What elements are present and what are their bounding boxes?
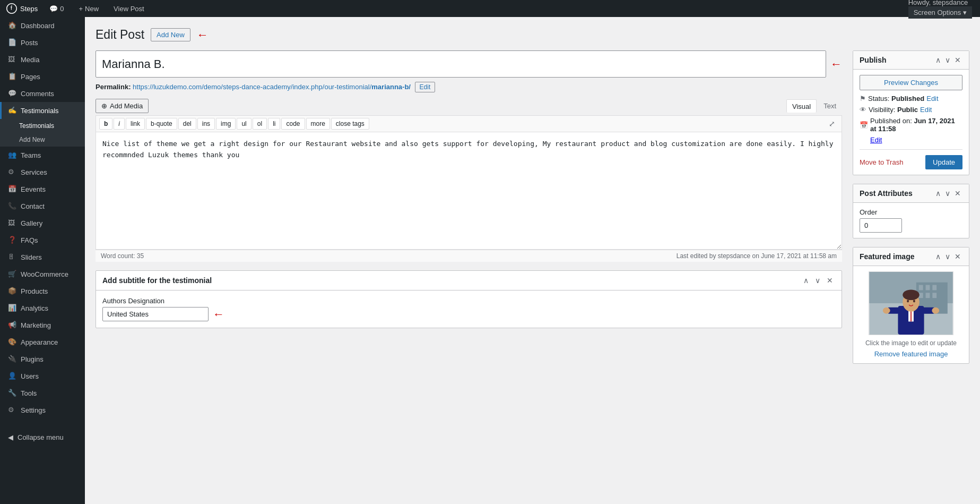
update-button[interactable]: Update [925, 155, 962, 169]
sidebar-label-eevents: Eevents [21, 185, 46, 193]
toolbar-ul-button[interactable]: ul [237, 118, 251, 130]
toolbar-img-button[interactable]: img [216, 118, 236, 130]
sidebar-item-users[interactable]: 👤 Users [0, 368, 85, 385]
visual-tab[interactable]: Visual [786, 99, 817, 113]
toolbar-code-button[interactable]: code [281, 118, 305, 130]
fi-collapse-up[interactable]: ∧ [934, 252, 942, 261]
calendar-icon: 📅 [860, 121, 868, 129]
toolbar-more-button[interactable]: more [306, 118, 330, 130]
post-title-input[interactable]: Marianna B. [96, 50, 826, 78]
attr-close[interactable]: ✕ [953, 189, 962, 198]
featured-image-thumbnail[interactable] [869, 271, 953, 335]
toolbar-li-button[interactable]: li [268, 118, 280, 130]
publish-panel-header: Publish ∧ ∨ ✕ [853, 51, 969, 70]
view-post-link[interactable]: View Post [110, 0, 148, 17]
chevron-down-icon: ▾ [963, 8, 967, 16]
visibility-edit-link[interactable]: Edit [920, 106, 932, 114]
sidebar-item-pages[interactable]: 📋 Pages [0, 68, 85, 85]
fi-collapse-down[interactable]: ∨ [943, 252, 952, 261]
sidebar-item-dashboard[interactable]: 🏠 Dashboard [0, 17, 85, 34]
sidebar-label-sliders: Sliders [21, 253, 42, 261]
subtitle-metabox-header[interactable]: Add subtitle for the testimonial ∧ ∨ ✕ [96, 271, 842, 291]
publish-panel-title: Publish [860, 56, 887, 64]
sidebar-item-plugins[interactable]: 🔌 Plugins [0, 351, 85, 368]
teams-icon: 👥 [8, 151, 16, 159]
order-input[interactable]: 0 [860, 218, 902, 233]
toolbar-ins-button[interactable]: ins [197, 118, 215, 130]
add-new-button[interactable]: Add New [151, 28, 190, 41]
sidebar-item-woocommerce[interactable]: 🛒 WooCommerce [0, 266, 85, 283]
sidebar-item-tools[interactable]: 🔧 Tools [0, 385, 85, 402]
permalink-url[interactable]: https://luzukdemo.com/demo/steps-dance-a… [133, 83, 412, 91]
sidebar-label-media: Media [21, 56, 39, 64]
woocommerce-icon: 🛒 [8, 270, 16, 278]
toolbar-close-tags-button[interactable]: close tags [331, 118, 369, 130]
settings-icon: ⚙ [8, 406, 16, 414]
attr-collapse-down[interactable]: ∨ [943, 189, 952, 198]
collapse-down-button[interactable]: ∨ [813, 275, 822, 286]
howdy-text: Howdy, stepsdance [908, 0, 968, 6]
sidebar-item-eevents[interactable]: 📅 Eevents [0, 181, 85, 198]
published-edit-link[interactable]: Edit [870, 136, 882, 144]
permalink-label: Permalink: [96, 83, 131, 91]
submenu-item-add-new[interactable]: Add New [0, 133, 85, 147]
move-to-trash-link[interactable]: Move to Trash [860, 158, 903, 166]
publish-close[interactable]: ✕ [953, 55, 962, 65]
sidebar-item-settings[interactable]: ⚙ Settings [0, 402, 85, 418]
toolbar-italic-button[interactable]: i [114, 118, 125, 130]
close-metabox-button[interactable]: ✕ [825, 275, 835, 286]
preview-changes-button[interactable]: Preview Changes [860, 75, 962, 90]
fi-close[interactable]: ✕ [953, 252, 962, 261]
text-tab[interactable]: Text [818, 99, 842, 113]
word-count-label: Word count: 35 [101, 252, 144, 260]
publish-action-row: Move to Trash Update [860, 149, 962, 169]
sidebar-item-gallery[interactable]: 🖼 Gallery [0, 215, 85, 232]
sidebar-item-posts[interactable]: 📄 Posts [0, 34, 85, 51]
screen-options-button[interactable]: Screen Options ▾ [908, 6, 973, 19]
collapse-up-button[interactable]: ∧ [801, 275, 811, 286]
svg-rect-8 [932, 293, 936, 298]
sidebar-item-appearance[interactable]: 🎨 Appearance [0, 334, 85, 351]
toolbar-ol-button[interactable]: ol [253, 118, 267, 130]
order-label: Order [860, 208, 962, 216]
submenu-item-testimonials[interactable]: Testimonials [0, 119, 85, 133]
sidebar-item-comments[interactable]: 💬 Comments [0, 85, 85, 102]
sidebar-item-services[interactable]: ⚙ Services [0, 164, 85, 181]
permalink-base: https://luzukdemo.com/demo/steps-dance-a… [133, 83, 371, 91]
add-media-button[interactable]: ⊕ Add Media [96, 99, 149, 113]
subtitle-metabox: Add subtitle for the testimonial ∧ ∨ ✕ A… [96, 270, 842, 328]
content-editor[interactable] [96, 132, 842, 249]
collapse-menu-button[interactable]: ◀ Collapse menu [0, 429, 85, 446]
publish-panel-body: Preview Changes ⚑ Status: Published Edit… [853, 70, 969, 175]
sidebar-item-products[interactable]: 📦 Products [0, 283, 85, 300]
sidebar-item-contact[interactable]: 📞 Contact [0, 198, 85, 215]
sidebar-item-analytics[interactable]: 📊 Analytics [0, 300, 85, 317]
toolbar-bquote-button[interactable]: b-quote [146, 118, 177, 130]
sidebar-item-sliders[interactable]: 🎚 Sliders [0, 249, 85, 266]
new-content-link[interactable]: + New [75, 0, 102, 17]
permalink-edit-button[interactable]: Edit [415, 82, 436, 92]
attr-collapse-up[interactable]: ∧ [934, 189, 942, 198]
toolbar-del-button[interactable]: del [178, 118, 196, 130]
publish-collapse-down[interactable]: ∨ [943, 55, 952, 65]
comment-icon: 💬 [49, 5, 58, 13]
wp-logo[interactable]: Steps [6, 3, 38, 14]
sidebar-item-media[interactable]: 🖼 Media [0, 51, 85, 68]
toolbar-bold-button[interactable]: b [99, 118, 112, 130]
sidebar-label-testimonials: Testimonials [21, 107, 59, 115]
status-edit-link[interactable]: Edit [926, 95, 938, 102]
authors-designation-input[interactable]: United States [102, 307, 209, 321]
comments-link[interactable]: 💬 0 [46, 0, 67, 17]
sidebar-item-teams[interactable]: 👥 Teams [0, 147, 85, 164]
expand-editor-button[interactable]: ⤢ [826, 118, 838, 130]
toolbar-link-button[interactable]: link [126, 118, 145, 130]
remove-featured-image-link[interactable]: Remove featured image [860, 350, 962, 358]
sidebar-item-marketing[interactable]: 📢 Marketing [0, 317, 85, 334]
subtitle-metabox-title: Add subtitle for the testimonial [102, 276, 212, 285]
publish-panel: Publish ∧ ∨ ✕ Preview Changes ⚑ Status: … [853, 50, 969, 175]
users-icon: 👤 [8, 372, 16, 380]
publish-collapse-up[interactable]: ∧ [934, 55, 942, 65]
sidebar-item-faqs[interactable]: ❓ FAQs [0, 232, 85, 249]
permalink-section: Permalink: https://luzukdemo.com/demo/st… [96, 82, 842, 92]
sidebar-item-testimonials[interactable]: ✍ Testimonials [0, 102, 85, 119]
